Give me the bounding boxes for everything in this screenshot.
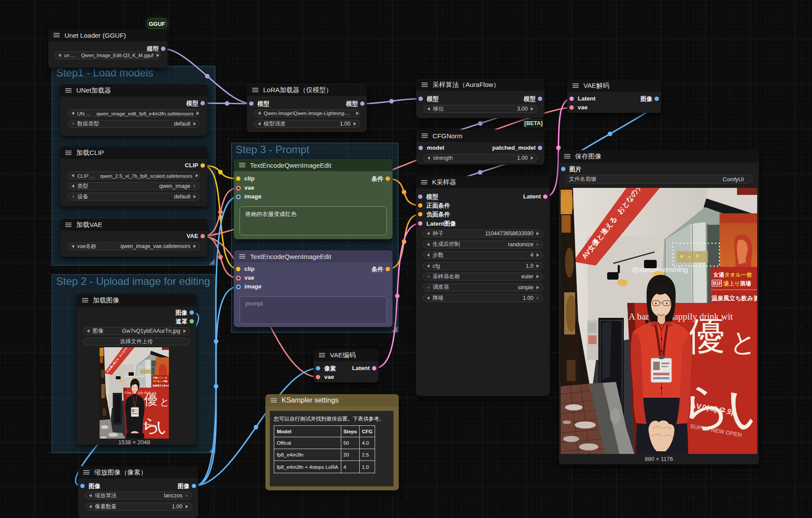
svg-text:B1F: B1F — [713, 281, 722, 286]
svg-text:と: と — [160, 396, 169, 407]
svg-text:B1F 湯上り酒場: B1F 湯上り酒場 — [153, 380, 168, 383]
svg-text:温泉風立ち飲み酒: 温泉風立ち飲み酒 — [152, 384, 169, 387]
svg-text:湯上り酒場: 湯上り酒場 — [723, 281, 751, 287]
svg-text:女湯タオル一枚: 女湯タオル一枚 — [153, 376, 167, 379]
svg-text:優: 優 — [144, 392, 157, 407]
svg-text:温泉風立ち飲み酒: 温泉風立ち飲み酒 — [711, 295, 757, 302]
svg-text:い: い — [156, 417, 169, 437]
svg-text:女湯タオル一枚: 女湯タオル一枚 — [713, 272, 752, 278]
svg-text:と: と — [730, 328, 757, 357]
